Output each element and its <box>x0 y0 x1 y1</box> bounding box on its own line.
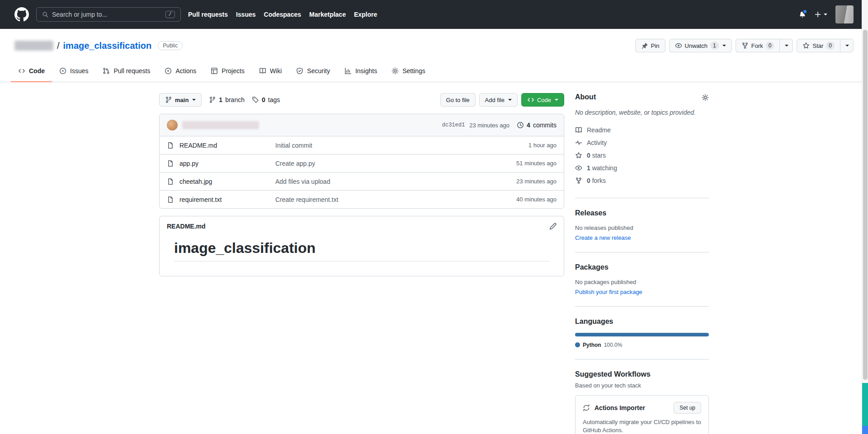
tab-actions[interactable]: Actions <box>157 61 203 82</box>
file-link[interactable]: README.md <box>167 142 275 149</box>
gear-icon <box>392 67 399 75</box>
nav-marketplace[interactable]: Marketplace <box>309 11 346 18</box>
file-updated-time: 1 hour ago <box>528 142 557 149</box>
scrollbar-thumb[interactable] <box>863 30 868 380</box>
workflow-setup-button[interactable]: Set up <box>674 402 701 414</box>
user-avatar[interactable] <box>835 5 854 23</box>
nav-explore[interactable]: Explore <box>354 11 377 18</box>
fork-button[interactable]: Fork 0 <box>736 39 780 52</box>
readme-section: README.md image_classification <box>159 216 564 276</box>
graph-icon <box>344 67 352 75</box>
commit-message-link[interactable]: Create app.py <box>275 160 516 167</box>
commit-message-link[interactable]: Create requirement.txt <box>275 196 516 203</box>
stars-link[interactable]: 0 stars <box>575 149 709 162</box>
add-file-button[interactable]: Add file <box>479 93 518 107</box>
edit-repo-details-button[interactable] <box>702 94 709 101</box>
tab-code[interactable]: Code <box>11 61 52 82</box>
unwatch-button[interactable]: Unwatch 1 <box>669 39 732 52</box>
go-to-file-button[interactable]: Go to file <box>440 93 476 107</box>
repo-name-link[interactable]: image_classification <box>63 41 152 51</box>
commit-hash-link[interactable]: dc31ed1 <box>442 122 465 128</box>
create-new-button[interactable] <box>814 11 827 18</box>
search-shortcut-key: / <box>165 11 175 18</box>
watchers-link[interactable]: 1 watching <box>575 162 709 174</box>
pin-button[interactable]: Pin <box>635 39 665 52</box>
search-box[interactable]: / <box>36 7 181 22</box>
scrollbar-marker-teal <box>862 383 868 426</box>
tab-security[interactable]: Security <box>289 61 337 82</box>
nav-issues[interactable]: Issues <box>236 11 256 18</box>
create-release-link[interactable]: Create a new release <box>575 234 631 241</box>
github-logo[interactable] <box>14 7 29 22</box>
pin-icon <box>641 42 648 49</box>
git-branch-icon <box>165 96 172 103</box>
language-legend-python[interactable]: Python 100.0% <box>575 342 709 348</box>
readme-link[interactable]: Readme <box>575 124 709 136</box>
workflow-card-header: Actions Importer Set up <box>583 402 701 414</box>
workflows-title: Suggested Workflows <box>575 370 709 378</box>
activity-link[interactable]: Activity <box>575 136 709 149</box>
tab-issues[interactable]: Issues <box>52 61 95 82</box>
file-link[interactable]: requirement.txt <box>167 196 275 203</box>
publish-package-link[interactable]: Publish your first package <box>575 289 642 295</box>
file-icon <box>167 142 174 149</box>
file-browser: dc31ed1 23 minutes ago 4 commits README.… <box>159 114 564 209</box>
fork-button-group: Fork 0 <box>736 39 793 52</box>
notification-unread-dot <box>802 9 807 14</box>
commit-history-link[interactable]: 4 commits <box>517 121 557 129</box>
star-dropdown-button[interactable] <box>840 39 854 52</box>
plus-icon <box>814 11 821 18</box>
tab-insights[interactable]: Insights <box>337 61 384 82</box>
edit-readme-button[interactable] <box>549 223 557 230</box>
latest-commit-bar: dc31ed1 23 minutes ago 4 commits <box>160 114 564 136</box>
tab-wiki[interactable]: Wiki <box>252 61 289 82</box>
search-input[interactable] <box>52 11 162 18</box>
commit-time: 23 minutes ago <box>469 122 509 129</box>
language-color-dot <box>575 342 580 347</box>
forks-link[interactable]: 0 forks <box>575 174 709 187</box>
languages-section: Languages Python 100.0% <box>575 306 709 359</box>
commit-message-redacted[interactable] <box>182 121 259 129</box>
chevron-down-icon <box>722 45 726 47</box>
commit-message-link[interactable]: Initial commit <box>275 142 528 149</box>
code-icon <box>18 67 25 75</box>
file-link[interactable]: app.py <box>167 160 275 167</box>
eye-icon <box>675 42 682 49</box>
file-link[interactable]: cheetah.jpg <box>167 178 275 185</box>
releases-empty-text: No releases published <box>575 224 709 231</box>
notifications-button[interactable] <box>799 11 806 18</box>
nav-pull-requests[interactable]: Pull requests <box>188 11 228 18</box>
chevron-down-icon <box>192 99 196 101</box>
fork-icon <box>575 177 582 184</box>
code-download-button[interactable]: Code <box>521 93 564 107</box>
chevron-down-icon <box>555 99 558 101</box>
tab-pull-requests[interactable]: Pull requests <box>95 61 157 82</box>
workflow-sync-icon <box>583 404 590 411</box>
readme-heading: image_classification <box>174 240 549 261</box>
tag-icon <box>252 96 259 103</box>
branches-link[interactable]: 1 branch <box>209 96 245 103</box>
suggested-workflows-section: Suggested Workflows Based on your tech s… <box>575 359 709 434</box>
commit-message-link[interactable]: Add files via upload <box>275 178 516 185</box>
tab-settings[interactable]: Settings <box>384 61 433 82</box>
commit-meta: dc31ed1 23 minutes ago 4 commits <box>442 121 557 129</box>
branch-selector-button[interactable]: main <box>159 93 202 107</box>
repo-owner-redacted[interactable] <box>14 41 53 51</box>
releases-title: Releases <box>575 209 709 217</box>
page-scrollbar[interactable] <box>862 0 868 434</box>
nav-codespaces[interactable]: Codespaces <box>264 11 301 18</box>
workflows-subtitle: Based on your tech stack <box>575 382 709 389</box>
chevron-down-icon <box>785 45 788 47</box>
scrollbar-marker-blue <box>862 426 868 434</box>
star-button[interactable]: Star 0 <box>797 39 840 52</box>
table-row: cheetah.jpg Add files via upload 23 minu… <box>160 172 564 190</box>
file-icon <box>167 160 174 167</box>
tab-projects[interactable]: Projects <box>203 61 252 82</box>
tags-link[interactable]: 0 tags <box>252 96 280 103</box>
star-button-group: Star 0 <box>797 39 854 52</box>
chevron-down-icon <box>508 99 512 101</box>
chevron-down-icon <box>845 45 849 47</box>
commit-author-avatar[interactable] <box>167 120 178 131</box>
search-icon <box>42 11 48 18</box>
fork-dropdown-button[interactable] <box>779 39 793 52</box>
